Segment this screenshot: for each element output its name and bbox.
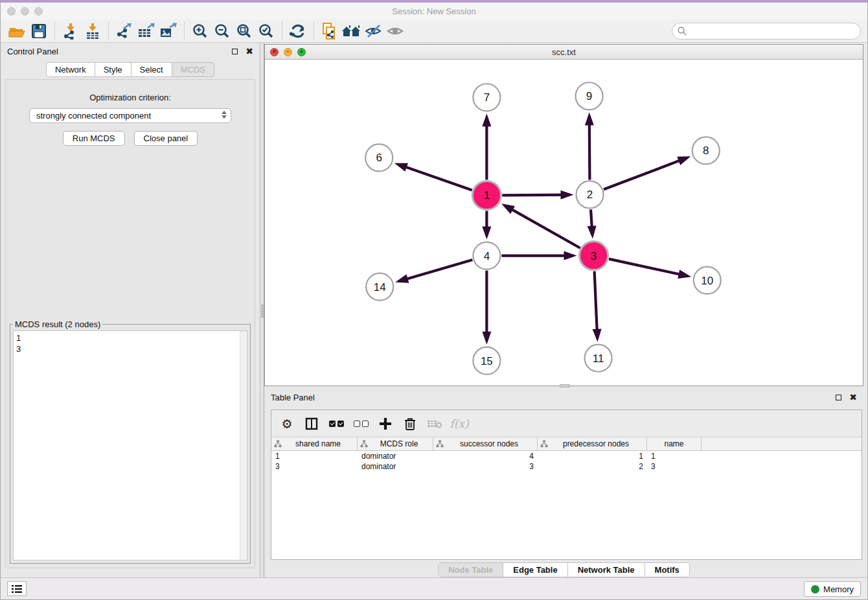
split-columns-button[interactable] — [303, 415, 321, 433]
add-column-button[interactable] — [376, 415, 394, 433]
cell-shared-name[interactable]: 1 — [271, 452, 358, 461]
cell-predecessor-nodes[interactable]: 1 — [538, 452, 647, 461]
list-icon — [11, 584, 23, 594]
tab-network-table[interactable]: Network Table — [567, 563, 645, 577]
tab-motifs[interactable]: Motifs — [645, 563, 689, 577]
run-mcds-button[interactable]: Run MCDS — [63, 131, 125, 146]
tab-edge-table[interactable]: Edge Table — [503, 563, 567, 577]
close-panel-button[interactable]: Close panel — [134, 131, 198, 146]
save-session-button[interactable] — [28, 21, 50, 41]
graph-node-11[interactable]: 11 — [585, 345, 612, 372]
column-header-predecessor-nodes[interactable]: predecessor nodes — [538, 437, 647, 450]
graph-edge-1-2[interactable] — [502, 195, 569, 196]
desktop-area: × − + scc.txt 7968124314101511 Table Pan… — [264, 43, 867, 577]
cell-successor-nodes[interactable]: 3 — [433, 462, 538, 471]
cell-name[interactable]: 3 — [647, 462, 702, 471]
svg-text:7: 7 — [484, 91, 490, 104]
graph-edge-3-10[interactable] — [609, 259, 687, 276]
tab-node-table[interactable]: Node Table — [439, 563, 503, 577]
unselect-all-button[interactable] — [352, 415, 370, 433]
delete-table-button[interactable] — [426, 415, 444, 433]
graph-node-2[interactable]: 2 — [577, 181, 604, 208]
network-canvas[interactable]: 7968124314101511 — [265, 60, 863, 386]
task-history-button[interactable] — [7, 581, 27, 596]
zoom-fit-button[interactable] — [233, 21, 255, 41]
column-header-successor-nodes[interactable]: successor nodes — [433, 437, 538, 450]
function-builder-button[interactable]: f(x) — [450, 415, 468, 433]
home-icon — [341, 23, 363, 39]
table-panel: Table Panel ✖ ⚙ — [264, 389, 863, 577]
copy-network-button[interactable] — [319, 21, 341, 41]
cell-successor-nodes[interactable]: 4 — [433, 452, 538, 461]
graph-edge-3-11[interactable] — [595, 271, 598, 338]
zoom-out-button[interactable] — [211, 21, 233, 41]
home-button[interactable] — [341, 21, 363, 41]
select-all-button[interactable] — [327, 415, 345, 433]
cell-shared-name[interactable]: 3 — [271, 462, 358, 471]
mcds-result-list[interactable]: 1 3 — [13, 330, 247, 560]
graph-edge-3-1[interactable] — [505, 205, 580, 248]
cell-predecessor-nodes[interactable]: 2 — [538, 462, 647, 471]
network-window-titlebar[interactable]: × − + scc.txt — [265, 45, 863, 60]
export-table-button[interactable] — [135, 21, 157, 41]
open-session-button[interactable] — [6, 21, 28, 41]
cell-mcds-role[interactable]: dominator — [358, 462, 433, 471]
splitter-grip[interactable] — [261, 304, 264, 318]
export-network-button[interactable] — [113, 21, 135, 41]
show-panels-button[interactable] — [385, 21, 407, 41]
dropdown-chevrons-icon — [222, 111, 227, 119]
table-settings-button[interactable]: ⚙ — [278, 415, 296, 433]
export-image-icon — [159, 23, 177, 40]
graph-node-1[interactable]: 1 — [472, 181, 501, 209]
import-table-button[interactable] — [82, 21, 104, 41]
export-image-button[interactable] — [157, 21, 179, 41]
graph-node-6[interactable]: 6 — [365, 144, 393, 171]
close-panel-icon[interactable]: ✖ — [246, 47, 253, 56]
float-table-panel-icon[interactable] — [836, 395, 841, 400]
table-row[interactable]: 1 dominator 4 1 1 — [271, 451, 862, 461]
network-graph[interactable]: 7968124314101511 — [265, 60, 863, 386]
tab-network[interactable]: Network — [46, 62, 95, 77]
graph-node-8[interactable]: 8 — [692, 137, 720, 164]
delete-column-button[interactable] — [401, 415, 419, 433]
svg-text:2: 2 — [587, 189, 593, 201]
graph-node-14[interactable]: 14 — [366, 273, 393, 301]
zoom-in-button[interactable] — [189, 21, 211, 41]
graph-edge-2-8[interactable] — [604, 157, 687, 189]
result-scrollbar[interactable] — [240, 331, 247, 560]
hierarchy-icon — [540, 440, 548, 448]
tab-select[interactable]: Select — [131, 62, 172, 77]
graph-edge-2-9[interactable] — [589, 116, 590, 179]
refresh-layout-button[interactable] — [287, 21, 309, 41]
window-resize-grip[interactable] — [560, 384, 570, 387]
graph-node-4[interactable]: 4 — [473, 242, 500, 270]
graph-node-9[interactable]: 9 — [576, 82, 603, 110]
zoom-selected-button[interactable] — [255, 21, 277, 41]
table-row[interactable]: 3 dominator 3 2 3 — [271, 461, 862, 472]
zoom-out-icon — [214, 23, 231, 40]
tab-mcds[interactable]: MCDS — [172, 62, 214, 77]
graph-node-7[interactable]: 7 — [473, 84, 500, 111]
import-network-button[interactable] — [60, 21, 82, 41]
graph-edge-2-3[interactable] — [591, 209, 592, 235]
column-header-mcds-role[interactable]: MCDS role — [358, 437, 433, 450]
criterion-dropdown[interactable]: strongly connected component — [29, 108, 231, 123]
graph-node-15[interactable]: 15 — [473, 347, 500, 375]
status-bar: Memory — [1, 577, 867, 599]
graph-edge-4-14[interactable] — [399, 260, 472, 281]
column-header-name[interactable]: name — [647, 437, 702, 450]
graph-node-10[interactable]: 10 — [694, 267, 721, 294]
graph-edge-1-6[interactable] — [398, 165, 472, 190]
search-input[interactable] — [672, 23, 861, 40]
cell-name[interactable]: 1 — [647, 452, 702, 461]
memory-button[interactable]: Memory — [804, 581, 861, 597]
close-table-panel-icon[interactable]: ✖ — [849, 393, 857, 402]
graph-node-3[interactable]: 3 — [580, 242, 608, 270]
tab-style[interactable]: Style — [95, 62, 131, 77]
panel-splitter[interactable] — [260, 43, 264, 577]
hide-panels-button[interactable] — [363, 21, 385, 41]
float-panel-icon[interactable] — [232, 49, 238, 54]
column-header-shared-name[interactable]: shared name — [271, 437, 358, 450]
cell-mcds-role[interactable]: dominator — [358, 452, 433, 461]
svg-text:1: 1 — [484, 189, 490, 202]
